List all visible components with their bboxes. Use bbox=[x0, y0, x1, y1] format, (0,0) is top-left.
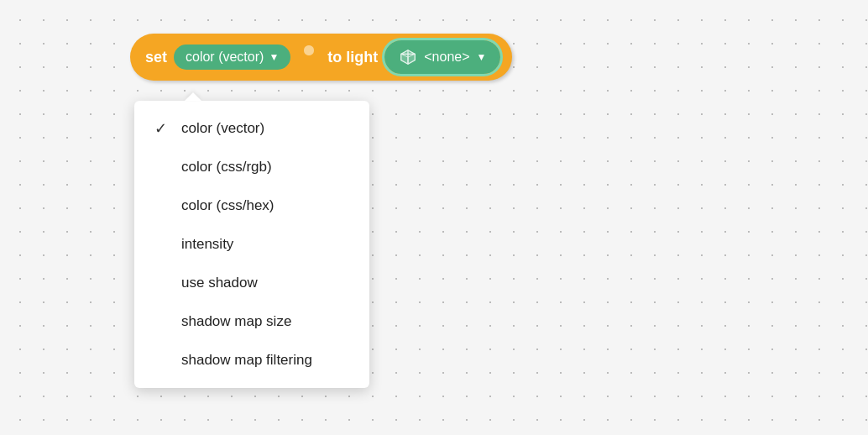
menu-item-label-shadow-map-filtering: shadow map filtering bbox=[181, 352, 349, 369]
menu-item-color-css-hex[interactable]: color (css/hex) bbox=[134, 186, 369, 225]
color-dropdown[interactable]: color (vector) ▼ bbox=[174, 45, 290, 70]
color-dropdown-text: color (vector) bbox=[186, 50, 264, 65]
menu-item-color-css-rgb[interactable]: color (css/rgb) bbox=[134, 148, 369, 186]
menu-item-use-shadow[interactable]: use shadow bbox=[134, 264, 369, 302]
menu-item-label-shadow-map-size: shadow map size bbox=[181, 313, 349, 330]
none-dropdown-text: <none> bbox=[424, 50, 469, 65]
puzzle-connector bbox=[297, 42, 321, 72]
none-dropdown[interactable]: <none> ▼ bbox=[384, 40, 500, 74]
set-block: set color (vector) ▼ to light <n bbox=[130, 34, 512, 81]
menu-item-intensity[interactable]: intensity bbox=[134, 225, 369, 264]
to-light-label: to light bbox=[327, 49, 378, 66]
menu-item-check-color-vector: ✓ bbox=[154, 119, 171, 138]
menu-item-color-vector[interactable]: ✓color (vector) bbox=[134, 109, 369, 148]
block-area: set color (vector) ▼ to light <n bbox=[130, 34, 512, 81]
menu-item-label-intensity: intensity bbox=[181, 236, 349, 253]
menu-item-label-color-css-hex: color (css/hex) bbox=[181, 197, 349, 214]
menu-item-label-color-vector: color (vector) bbox=[181, 120, 349, 137]
cube-icon bbox=[399, 48, 417, 66]
menu-item-shadow-map-filtering[interactable]: shadow map filtering bbox=[134, 341, 369, 380]
set-label: set bbox=[145, 49, 167, 66]
menu-item-shadow-map-size[interactable]: shadow map size bbox=[134, 302, 369, 341]
none-dropdown-arrow: ▼ bbox=[477, 51, 487, 63]
color-dropdown-arrow: ▼ bbox=[269, 51, 279, 63]
menu-item-label-use-shadow: use shadow bbox=[181, 275, 349, 291]
menu-item-label-color-css-rgb: color (css/rgb) bbox=[181, 159, 349, 176]
dropdown-menu: ✓color (vector)color (css/rgb)color (css… bbox=[134, 101, 369, 388]
